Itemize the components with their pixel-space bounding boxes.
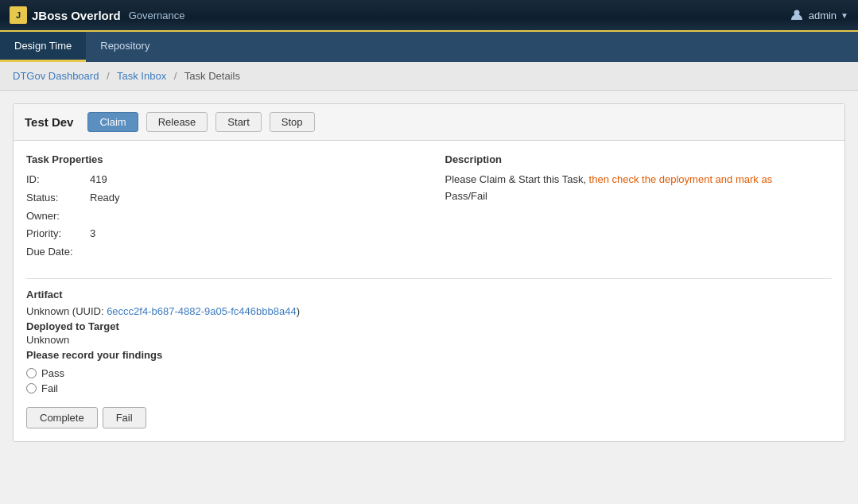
owner-label: Owner: [26, 208, 90, 225]
status-value: Ready [90, 190, 120, 207]
artifact-uuid-link[interactable]: 6eccc2f4-b687-4882-9a05-fc446bbb8a44 [107, 305, 297, 317]
status-label: Status: [26, 190, 90, 207]
task-title: Test Dev [25, 115, 73, 129]
chevron-down-icon: ▼ [841, 11, 848, 20]
prop-due-date: Due Date: [26, 244, 413, 261]
artifact-uuid-text: Unknown (UUID: 6eccc2f4-b687-4882-9a05-f… [26, 305, 832, 317]
priority-value: 3 [90, 226, 95, 242]
artifact-text-pre: Unknown (UUID: [26, 305, 107, 317]
prop-status: Status: Ready [26, 190, 413, 207]
breadcrumb-dtgov[interactable]: DTGov Dashboard [13, 70, 99, 82]
claim-button[interactable]: Claim [87, 112, 138, 132]
description-title: Description [445, 153, 833, 165]
subnav-item-design-time[interactable]: Design Time [0, 32, 86, 62]
start-button[interactable]: Start [215, 112, 261, 132]
breadcrumb-sep-2: / [174, 70, 177, 82]
prop-id: ID: 419 [26, 172, 413, 188]
artifact-deployed-value: Unknown [26, 334, 832, 346]
complete-button[interactable]: Complete [26, 407, 98, 428]
user-label: admin [809, 10, 837, 21]
due-date-label: Due Date: [26, 244, 90, 261]
description-text: Please Claim & Start this Task, then che… [445, 172, 833, 205]
description-col: Description Please Claim & Start this Ta… [437, 153, 833, 262]
breadcrumb: DTGov Dashboard / Task Inbox / Task Deta… [0, 62, 858, 91]
card-header: Test Dev Claim Release Start Stop [14, 104, 844, 141]
prop-owner: Owner: [26, 208, 413, 225]
radio-pass-row: Pass [26, 367, 832, 379]
priority-label: Priority: [26, 226, 90, 242]
user-icon [790, 9, 803, 21]
fail-button[interactable]: Fail [103, 407, 146, 428]
breadcrumb-task-details: Task Details [184, 70, 240, 82]
card-body: Task Properties ID: 419 Status: Ready Ow… [14, 141, 844, 441]
subnav-item-repository[interactable]: Repository [86, 32, 164, 62]
properties-divider [26, 278, 832, 279]
artifact-section: Artifact Unknown (UUID: 6eccc2f4-b687-48… [26, 289, 832, 428]
brand-subtitle: Governance [129, 10, 185, 21]
breadcrumb-sep-1: / [107, 70, 110, 82]
radio-pass-label[interactable]: Pass [41, 367, 64, 379]
main-content: Test Dev Claim Release Start Stop Task P… [0, 91, 858, 464]
radio-pass-input[interactable] [26, 368, 37, 378]
radio-fail-label[interactable]: Fail [41, 382, 58, 394]
id-label: ID: [26, 172, 90, 188]
artifact-title: Artifact [26, 289, 832, 300]
release-button[interactable]: Release [146, 112, 208, 132]
brand-name: JBoss Overlord [32, 9, 121, 22]
properties-desc-section: Task Properties ID: 419 Status: Ready Ow… [26, 153, 832, 262]
navbar: J JBoss Overlord Governance admin ▼ [0, 0, 858, 32]
artifact-deployed-label: Deployed to Target [26, 320, 832, 332]
desc-text-before: Please Claim & Start this Task, [445, 173, 589, 185]
user-menu[interactable]: admin ▼ [790, 9, 848, 21]
radio-fail-input[interactable] [26, 383, 37, 394]
desc-text-highlight: then check the deployment and mark as [589, 173, 773, 185]
subnav: Design Time Repository [0, 32, 858, 62]
action-buttons-row: Complete Fail [26, 407, 832, 428]
task-card: Test Dev Claim Release Start Stop Task P… [13, 103, 845, 442]
artifact-text-post: ) [297, 305, 300, 317]
logo-icon: J [10, 6, 27, 24]
prop-priority: Priority: 3 [26, 226, 413, 242]
findings-label: Please record your findings [26, 349, 832, 361]
properties-col: Task Properties ID: 419 Status: Ready Ow… [26, 153, 437, 262]
id-value: 419 [90, 172, 107, 188]
radio-fail-row: Fail [26, 382, 832, 394]
desc-text-after: Pass/Fail [445, 190, 487, 202]
breadcrumb-task-inbox[interactable]: Task Inbox [117, 70, 166, 82]
stop-button[interactable]: Stop [270, 112, 315, 132]
properties-title: Task Properties [26, 153, 413, 165]
brand: J JBoss Overlord Governance [10, 6, 185, 24]
